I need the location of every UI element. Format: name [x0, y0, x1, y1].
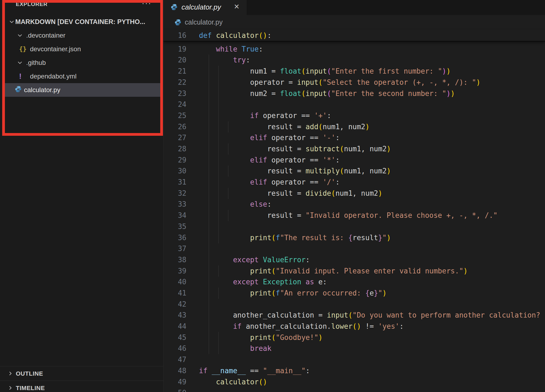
code-text: result = add(num1, num2) — [199, 121, 370, 132]
yaml-exclamation-icon: ! — [19, 72, 22, 81]
code-line-46[interactable]: 46break — [164, 343, 545, 354]
line-number: 24 — [164, 99, 186, 110]
code-line-21[interactable]: 21num1 = float(input("Enter the first nu… — [164, 66, 545, 77]
tree-item-calculator-py[interactable]: calculator.py — [5, 83, 161, 97]
sidebar-section-timeline[interactable]: TIMELINE — [0, 381, 163, 392]
code-line-38[interactable]: 38except ValueError: — [164, 254, 545, 266]
sidebar-section-outline[interactable]: OUTLINE — [0, 366, 163, 381]
code-line-39[interactable]: 39print("Invalid input. Please enter val… — [164, 266, 545, 277]
line-number: 37 — [164, 243, 186, 254]
code-text: break — [199, 343, 271, 354]
code-line-22[interactable]: 22operator = input("Select the operator … — [164, 77, 545, 88]
line-number: 42 — [164, 299, 186, 310]
tree-item-devcontainer-json[interactable]: {}devcontainer.json — [5, 42, 161, 56]
code-text: print(f"The result is: {result}") — [199, 232, 391, 243]
code-line-27[interactable]: 27elif operator == '-': — [164, 132, 545, 143]
chevron-down-icon — [17, 32, 23, 38]
code-text: result = multiply(num1, num2) — [199, 165, 391, 177]
line-number: 47 — [164, 354, 186, 365]
breadcrumb-item-file[interactable]: calculator.py — [185, 18, 223, 26]
tab-label: calculator.py — [181, 3, 221, 11]
explorer-more-actions-icon[interactable]: ··· — [142, 0, 152, 8]
tree-item-label: calculator.py — [24, 86, 60, 94]
tree-item-label: MARKDOWN [DEV CONTAINER: PYTHO... — [15, 18, 145, 26]
code-text: except ValueError: — [199, 254, 310, 266]
code-line-20[interactable]: 20try: — [164, 55, 545, 66]
code-text: elif operator == '*': — [199, 155, 340, 166]
code-text: print("Invalid input. Please enter valid… — [199, 266, 468, 277]
tree-item-dependabot-yml[interactable]: !dependabot.yml — [5, 70, 161, 83]
python-file-icon — [15, 86, 22, 94]
code-line-29[interactable]: 29elif operator == '*': — [164, 155, 545, 166]
line-number: 23 — [164, 88, 186, 99]
line-number: 16 — [164, 30, 186, 41]
code-line-23[interactable]: 23num2 = float(input("Enter the second n… — [164, 88, 545, 99]
line-number: 31 — [164, 177, 186, 188]
chevron-right-icon — [8, 385, 13, 392]
tab-calculator-py[interactable]: calculator.py ✕ — [164, 0, 247, 15]
line-number: 41 — [164, 288, 186, 299]
chevron-down-icon — [17, 60, 23, 66]
code-line-35[interactable]: 35 — [164, 221, 545, 232]
code-line-40[interactable]: 40except Exception as e: — [164, 276, 545, 288]
code-line-36[interactable]: 36print(f"The result is: {result}") — [164, 232, 545, 243]
tree-item--devcontainer[interactable]: .devcontainer — [5, 29, 161, 42]
code-line-28[interactable]: 28result = subtract(num1, num2) — [164, 143, 545, 155]
code-text: while True: — [199, 44, 263, 55]
code-line-37[interactable]: 37 — [164, 243, 545, 254]
code-line-45[interactable]: 45print("Goodbye!") — [164, 332, 545, 343]
line-number: 44 — [164, 321, 186, 332]
line-number: 28 — [164, 143, 186, 155]
code-text: print(f"An error occurred: {e}") — [199, 288, 387, 299]
line-number: 25 — [164, 110, 186, 121]
code-line-49[interactable]: 49calculator() — [164, 376, 545, 388]
code-line-41[interactable]: 41print(f"An error occurred: {e}") — [164, 288, 545, 299]
code-text: num2 = float(input("Enter the second num… — [199, 88, 455, 99]
line-number: 40 — [164, 276, 186, 288]
line-number: 21 — [164, 66, 186, 77]
tree-item--github[interactable]: .github — [5, 56, 161, 70]
indent-guide — [209, 221, 209, 232]
tree-item-label: .devcontainer — [26, 32, 65, 39]
tree-item-label: devcontainer.json — [30, 45, 81, 53]
breadcrumb: calculator.py — [164, 15, 545, 30]
sticky-scroll-line[interactable]: 16def calculator(): — [164, 30, 545, 41]
chevron-down-icon — [9, 19, 15, 25]
code-line-47[interactable]: 47 — [164, 354, 545, 365]
close-icon[interactable]: ✕ — [234, 3, 240, 11]
code-line-19[interactable]: 19while True: — [164, 44, 545, 55]
tree-item-markdown-dev-container-pytho-[interactable]: MARKDOWN [DEV CONTAINER: PYTHO... — [5, 15, 161, 29]
line-number: 50 — [164, 387, 186, 392]
code-line-42[interactable]: 42 — [164, 299, 545, 310]
python-file-icon — [171, 4, 178, 12]
code-text: if operator == '+': — [199, 110, 331, 121]
code-line-26[interactable]: 26result = add(num1, num2) — [164, 121, 545, 132]
indent-guide — [218, 99, 219, 110]
code-line-32[interactable]: 32result = divide(num1, num2) — [164, 188, 545, 199]
code-text: try: — [199, 55, 250, 66]
line-number: 27 — [164, 132, 186, 143]
code-text: except Exception as e: — [199, 276, 327, 288]
code-text: result = divide(num1, num2) — [199, 188, 382, 199]
line-number: 39 — [164, 266, 186, 277]
line-number: 46 — [164, 343, 186, 354]
code-line-43[interactable]: 43another_calculation = input("Do you wa… — [164, 310, 545, 321]
code-line-48[interactable]: 48if __name__ == "__main__": — [164, 365, 545, 376]
tree-item-label: .github — [26, 59, 46, 67]
code-line-25[interactable]: 25if operator == '+': — [164, 110, 545, 121]
python-file-icon — [174, 19, 181, 27]
code-line-31[interactable]: 31elif operator == '/': — [164, 177, 545, 188]
code-line-44[interactable]: 44if another_calculation.lower() != 'yes… — [164, 321, 545, 332]
code-line-34[interactable]: 34result = "Invalid operator. Please cho… — [164, 210, 545, 221]
code-text: elif operator == '/': — [199, 177, 340, 188]
code-line-30[interactable]: 30result = multiply(num1, num2) — [164, 165, 545, 177]
line-number: 26 — [164, 121, 186, 132]
code-line-24[interactable]: 24 — [164, 99, 545, 110]
code-line-50[interactable]: 50 — [164, 387, 545, 392]
line-number: 34 — [164, 210, 186, 221]
code-line-33[interactable]: 33else: — [164, 199, 545, 210]
vscode-window: EXPLORER ··· MARKDOWN [DEV CONTAINER: PY… — [0, 0, 545, 392]
indent-guide — [209, 299, 209, 310]
code-text: result = subtract(num1, num2) — [199, 143, 391, 155]
line-number: 20 — [164, 55, 186, 66]
